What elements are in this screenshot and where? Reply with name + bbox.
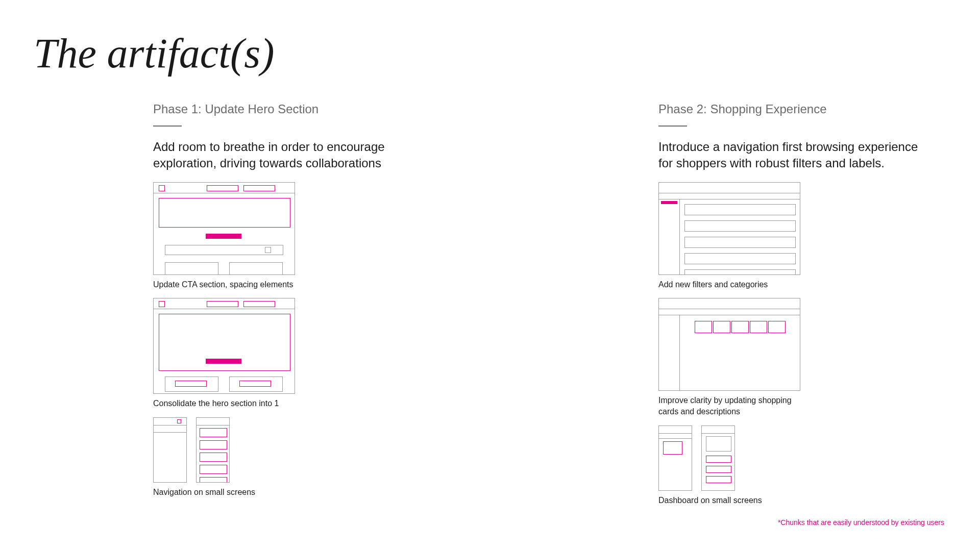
wireframe-p1-mobile-row	[153, 417, 439, 483]
phase-columns: Phase 1: Update Hero Section Add room to…	[153, 102, 944, 514]
wireframe-p2-filters	[658, 182, 800, 275]
wireframe-p2-cards	[658, 298, 800, 391]
caption-p2-wf3: Dashboard on small screens	[658, 495, 812, 506]
wireframe-p2-mobile-row	[658, 425, 944, 491]
phase-2-label: Phase 2: Shopping Experience	[658, 102, 944, 116]
phase-2-column: Phase 2: Shopping Experience Introduce a…	[658, 102, 944, 514]
page-title: The artifact(s)	[34, 30, 274, 78]
phase-1-column: Phase 1: Update Hero Section Add room to…	[153, 102, 439, 514]
phase-2-description: Introduce a navigation first browsing ex…	[658, 139, 934, 172]
wireframe-p1-cta	[153, 182, 295, 275]
wireframe-p1-mobile-b	[196, 417, 230, 483]
caption-p1-wf2: Consolidate the hero section into 1	[153, 398, 306, 409]
footnote: *Chunks that are easily understood by ex…	[778, 518, 944, 527]
caption-p1-wf1: Update CTA section, spacing elements	[153, 279, 306, 290]
wireframe-p2-mobile-a	[658, 425, 692, 491]
wireframe-p2-mobile-b	[701, 425, 735, 491]
phase-1-description: Add room to breathe in order to encourag…	[153, 139, 429, 172]
wireframe-p1-hero	[153, 298, 295, 394]
phase-1-underline	[153, 126, 182, 127]
phase-1-label: Phase 1: Update Hero Section	[153, 102, 439, 116]
caption-p2-wf1: Add new filters and categories	[658, 279, 812, 290]
phase-2-underline	[658, 126, 687, 127]
caption-p2-wf2: Improve clarity by updating shopping car…	[658, 395, 812, 417]
wireframe-p1-mobile-a	[153, 417, 187, 483]
caption-p1-wf3: Navigation on small screens	[153, 487, 306, 498]
